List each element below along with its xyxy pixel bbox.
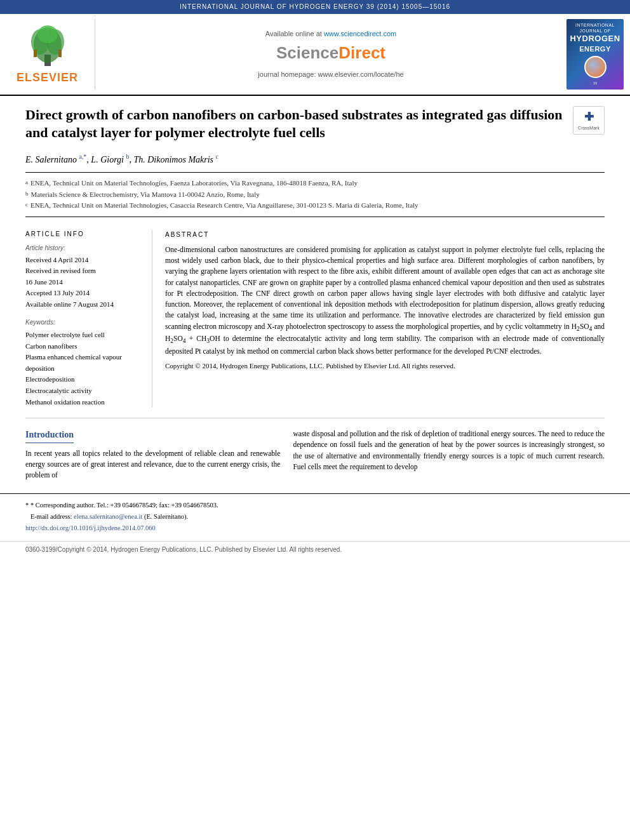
- affiliation-c-text: ENEA, Technical Unit on Material Technol…: [30, 200, 419, 211]
- publisher-header: ELSEVIER Available online at www.science…: [0, 14, 630, 96]
- journal-header-bar: INTERNATIONAL JOURNAL OF HYDROGEN ENERGY…: [0, 0, 630, 14]
- cover-number: 39: [593, 81, 598, 86]
- footnotes-section: * * Corresponding author. Tel.: +39 0546…: [0, 493, 630, 540]
- keywords-block: Keywords: Polymer electrolyte fuel cell …: [25, 318, 142, 408]
- author-1-sup: a,*: [79, 153, 86, 160]
- introduction-heading: Introduction: [25, 429, 74, 443]
- introduction-section: Introduction In recent years all topics …: [0, 429, 630, 481]
- sciencedirect-logo: ScienceDirect: [276, 41, 385, 64]
- footnote-doi-line: http://dx.doi.org/10.1016/j.ijhydene.201…: [25, 523, 605, 533]
- keyword-3: Plasma enhanced chemical vapour depositi…: [25, 352, 142, 374]
- article-info-column: ARTICLE INFO Article history: Received 4…: [25, 230, 152, 408]
- bottom-copyright-bar: 0360-3199/Copyright © 2014, Hydrogen Ene…: [0, 541, 630, 558]
- footnote-corresponding-text: * Corresponding author. Tel.: +39 054667…: [30, 502, 218, 509]
- elsevier-tree-icon: [22, 23, 73, 67]
- history-revised-label: Received in revised form: [25, 266, 142, 276]
- crossmark-icon: ✚: [584, 109, 594, 125]
- introduction-right-text: waste disposal and pollution and the ris…: [293, 429, 605, 472]
- elsevier-label: ELSEVIER: [17, 70, 78, 86]
- abstract-heading: ABSTRACT: [165, 230, 605, 239]
- keyword-1: Polymer electrolyte fuel cell: [25, 330, 142, 341]
- crossmark-area: ✚ CrossMark: [573, 106, 605, 135]
- author-2: L. Giorgi: [91, 155, 124, 164]
- history-heading: Article history:: [25, 244, 142, 253]
- affiliation-c: c ENEA, Technical Unit on Material Techn…: [25, 200, 605, 211]
- sciencedirect-url[interactable]: www.sciencedirect.com: [324, 30, 396, 37]
- crossmark-badge[interactable]: ✚ CrossMark: [573, 106, 605, 135]
- paper-title-area: Direct growth of carbon nanofibers on ca…: [0, 96, 630, 223]
- keyword-6: Methanol oxidation reaction: [25, 397, 142, 408]
- center-header-area: Available online at www.sciencedirect.co…: [102, 19, 560, 90]
- keyword-2: Carbon nanofibers: [25, 341, 142, 352]
- crossmark-label: CrossMark: [578, 125, 600, 131]
- article-history-block: Article history: Received 4 April 2014 R…: [25, 244, 142, 309]
- history-available: Available online 7 August 2014: [25, 300, 142, 309]
- introduction-right-col: waste disposal and pollution and the ris…: [293, 429, 605, 481]
- author-2-sup: b: [126, 153, 129, 160]
- available-online-text: Available online at www.sciencedirect.co…: [265, 29, 396, 39]
- svg-rect-5: [34, 50, 37, 57]
- doi-link[interactable]: http://dx.doi.org/10.1016/j.ijhydene.201…: [25, 524, 156, 531]
- author-3: Th. Dikonimos Makris: [133, 155, 213, 164]
- author-3-sup: c: [216, 153, 218, 160]
- journal-cover-image: International Journal of HYDROGEN ENERGY…: [566, 19, 624, 90]
- abstract-column: ABSTRACT One-dimensional carbon nanostru…: [165, 230, 605, 408]
- authors-line: E. Salernitano a,*, L. Giorgi b, Th. Dik…: [25, 152, 605, 166]
- history-accepted: Accepted 13 July 2014: [25, 288, 142, 298]
- keywords-heading: Keywords:: [25, 318, 142, 327]
- affiliations-block: a ENEA, Technical Unit on Material Techn…: [25, 172, 605, 217]
- history-received: Received 4 April 2014: [25, 255, 142, 265]
- affiliation-a-text: ENEA, Technical Unit on Material Technol…: [30, 178, 358, 189]
- email-address[interactable]: elena.salernitano@enea.it: [74, 513, 142, 520]
- abstract-text: One-dimensional carbon nanostructures ar…: [165, 244, 605, 357]
- email-label: E-mail address:: [30, 513, 72, 520]
- section-divider: [25, 418, 605, 418]
- affiliation-a: a ENEA, Technical Unit on Material Techn…: [25, 178, 605, 189]
- keyword-4: Electrodeposition: [25, 374, 142, 385]
- bottom-copyright-text: 0360-3199/Copyright © 2014, Hydrogen Ene…: [25, 546, 342, 553]
- svg-rect-6: [58, 50, 62, 57]
- paper-title: Direct growth of carbon nanofibers on ca…: [25, 106, 566, 142]
- abstract-copyright: Copyright © 2014, Hydrogen Energy Public…: [165, 361, 605, 371]
- article-info-heading: ARTICLE INFO: [25, 230, 142, 239]
- asterisk-marker: *: [25, 502, 30, 509]
- cover-title: International Journal of HYDROGEN ENERGY: [570, 22, 620, 53]
- journal-title-text: INTERNATIONAL JOURNAL OF HYDROGEN ENERGY…: [180, 3, 450, 10]
- footnote-email-line: E-mail address: elena.salernitano@enea.i…: [25, 512, 605, 522]
- journal-homepage-text: journal homepage: www.elsevier.com/locat…: [258, 70, 403, 79]
- svg-point-4: [37, 25, 58, 43]
- keyword-5: Electrocatalytic activity: [25, 385, 142, 397]
- affiliation-b-text: Materials Science & Electrochemistry, Vi…: [31, 189, 260, 201]
- introduction-left-text: In recent years all topics related to th…: [25, 448, 280, 481]
- footnote-corresponding: * * Corresponding author. Tel.: +39 0546…: [25, 500, 605, 510]
- email-person: (E. Salernitano).: [144, 513, 188, 520]
- cover-graphic: [584, 56, 607, 78]
- introduction-left-col: Introduction In recent years all topics …: [25, 429, 280, 481]
- article-info-abstract-section: ARTICLE INFO Article history: Received 4…: [0, 230, 630, 408]
- history-revised-date: 16 June 2014: [25, 277, 142, 287]
- elsevier-logo-area: ELSEVIER: [6, 19, 95, 90]
- author-1: E. Salernitano: [25, 155, 77, 164]
- affiliation-b: b Materials Science & Electrochemistry, …: [25, 189, 605, 201]
